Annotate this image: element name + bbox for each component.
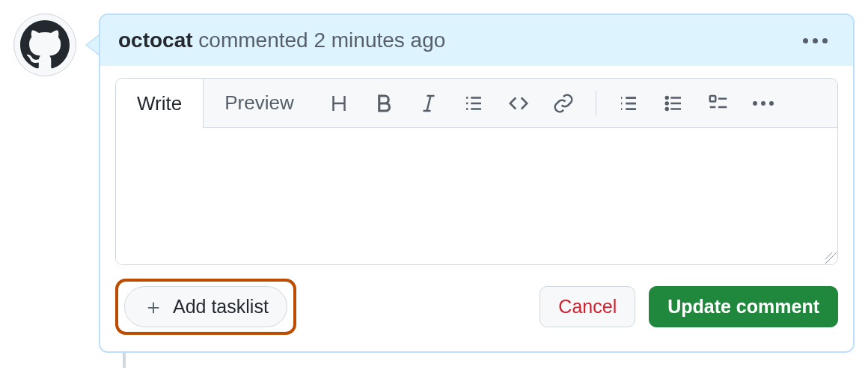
editor-tabbar: Write Preview (116, 79, 837, 128)
kebab-icon[interactable] (795, 34, 835, 48)
svg-point-2 (665, 108, 667, 110)
comment-editor: Write Preview (115, 78, 838, 265)
bold-icon[interactable] (371, 91, 397, 116)
link-icon[interactable] (551, 91, 576, 116)
svg-rect-3 (709, 96, 715, 102)
italic-icon[interactable] (416, 91, 441, 116)
add-tasklist-highlight: ＋ Add tasklist (115, 279, 296, 335)
comment-meta: octocat commented 2 minutes ago (118, 28, 445, 52)
add-tasklist-label: Add tasklist (173, 296, 269, 318)
tab-preview[interactable]: Preview (204, 79, 315, 127)
tasklist-icon[interactable] (706, 91, 731, 116)
comment-textarea[interactable] (116, 128, 837, 264)
more-tools-icon[interactable] (751, 91, 776, 116)
code-icon[interactable] (506, 91, 531, 116)
quote-icon[interactable] (461, 91, 486, 116)
add-tasklist-button[interactable]: ＋ Add tasklist (124, 286, 287, 327)
tab-write[interactable]: Write (116, 79, 204, 128)
avatar[interactable] (13, 13, 76, 76)
unordered-list-icon[interactable] (661, 91, 686, 116)
svg-point-1 (665, 102, 667, 104)
ordered-list-icon[interactable] (616, 91, 641, 116)
comment-box: octocat commented 2 minutes ago Write Pr… (99, 13, 855, 353)
update-comment-button[interactable]: Update comment (649, 286, 838, 327)
author-link[interactable]: octocat (118, 28, 193, 52)
timeline-tail (123, 353, 126, 368)
heading-icon[interactable] (326, 91, 352, 116)
svg-point-0 (665, 97, 667, 99)
comment-header: octocat commented 2 minutes ago (100, 15, 853, 66)
cancel-button[interactable]: Cancel (540, 286, 635, 327)
plus-icon: ＋ (143, 297, 164, 318)
toolbar-separator (596, 91, 596, 116)
comment-timestamp: commented 2 minutes ago (193, 28, 446, 52)
speech-pointer (85, 34, 99, 55)
formatting-toolbar (316, 79, 837, 127)
